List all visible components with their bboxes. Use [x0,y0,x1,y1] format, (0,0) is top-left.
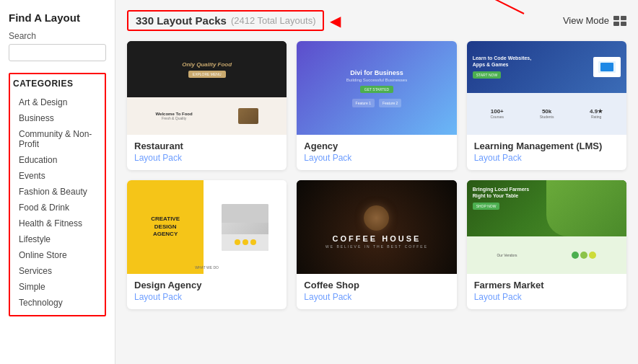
sidebar-category-item[interactable]: Simple [13,279,102,295]
layout-card[interactable]: Bringing Local FarmersRight to Your Tabl… [467,180,626,309]
view-mode[interactable]: View Mode [563,15,626,26]
card-type: Layout Pack [304,292,449,302]
svg-line-0 [481,0,524,14]
card-info: Restaurant Layout Pack [127,135,287,170]
card-thumbnail: Divi for Business Building Successful Bu… [297,41,456,135]
categories-list: Art & DesignBusinessCommunity & Non-Prof… [13,94,102,311]
sidebar-category-item[interactable]: Lifestyle [13,231,102,247]
search-label: Search [9,31,106,41]
header-wrapper: 330 Layout Packs (2412 Total Layouts) ◀ [127,10,341,31]
card-info: Learning Management (LMS) Layout Pack [467,135,626,170]
sidebar-category-item[interactable]: Events [13,168,102,184]
grid-cell-3 [613,22,619,26]
sidebar-category-item[interactable]: Education [13,152,102,168]
sidebar-category-item[interactable]: Online Store [13,247,102,263]
search-input[interactable] [9,44,106,61]
grid-cell-1 [613,16,619,20]
sidebar-title: Find A Layout [9,12,106,24]
card-name: Design Agency [134,280,279,290]
card-thumbnail: Bringing Local FarmersRight to Your Tabl… [467,180,626,274]
sidebar-category-item[interactable]: Food & Drink [13,200,102,216]
card-type: Layout Pack [134,153,279,163]
sidebar-category-item[interactable]: Health & Fitness [13,216,102,231]
sidebar-category-item[interactable]: Technology [13,295,102,311]
layout-card[interactable]: Only Quality Food EXPLORE MENU Welcome T… [127,41,287,170]
layout-card[interactable]: Learn to Code Websites,Apps & Games STAR… [467,41,626,170]
card-name: Coffee Shop [304,280,449,290]
card-type: Layout Pack [474,292,619,302]
arrow-annotation: ◀ [330,14,341,28]
card-thumbnail: CREATIVEDESIGNAGENCY WHAT WE DO [127,180,287,274]
card-type: Layout Pack [304,153,449,163]
card-name: Farmers Market [474,280,619,290]
sidebar-category-item[interactable]: Services [13,263,102,279]
sidebar-category-item[interactable]: Fashion & Beauty [13,184,102,200]
layout-card[interactable]: Divi for Business Building Successful Bu… [297,41,456,170]
layout-card[interactable]: CREATIVEDESIGNAGENCY WHAT WE DO [127,180,287,309]
layout-card[interactable]: COFFEE HOUSE WE BELIEVE IN THE BEST COFF… [297,180,456,309]
card-info: Coffee Shop Layout Pack [297,274,456,309]
view-mode-label: View Mode [563,15,609,26]
card-info: Farmers Market Layout Pack [467,274,626,309]
card-name: Learning Management (LMS) [474,141,619,151]
grid-view-icon[interactable] [613,16,626,26]
card-thumbnail: COFFEE HOUSE WE BELIEVE IN THE BEST COFF… [297,180,456,274]
layout-count-box: 330 Layout Packs (2412 Total Layouts) [127,10,324,31]
card-name: Agency [304,141,449,151]
card-thumbnail: Learn to Code Websites,Apps & Games STAR… [467,41,626,135]
card-type: Layout Pack [474,153,619,163]
sidebar-category-item[interactable]: Business [13,110,102,126]
card-info: Design Agency Layout Pack [127,274,287,309]
card-type: Layout Pack [134,292,279,302]
grid-cell-4 [621,22,626,26]
arrow-line [473,0,531,17]
main-header: 330 Layout Packs (2412 Total Layouts) ◀ … [127,10,626,31]
card-name: Restaurant [134,141,279,151]
card-thumbnail: Only Quality Food EXPLORE MENU Welcome T… [127,41,287,135]
layout-grid: Only Quality Food EXPLORE MENU Welcome T… [127,41,626,309]
sidebar: Find A Layout Search Categories Art & De… [0,0,115,364]
main-content: 330 Layout Packs (2412 Total Layouts) ◀ … [115,0,638,364]
categories-box: Categories Art & DesignBusinessCommunity… [9,73,106,316]
sidebar-category-item[interactable]: Community & Non-Profit [13,126,102,152]
layout-count-sub: (2412 Total Layouts) [231,15,316,26]
card-info: Agency Layout Pack [297,135,456,170]
layout-count-main: 330 Layout Packs [136,14,227,27]
grid-cell-2 [621,16,626,20]
categories-title: Categories [13,79,102,89]
sidebar-category-item[interactable]: Art & Design [13,94,102,110]
